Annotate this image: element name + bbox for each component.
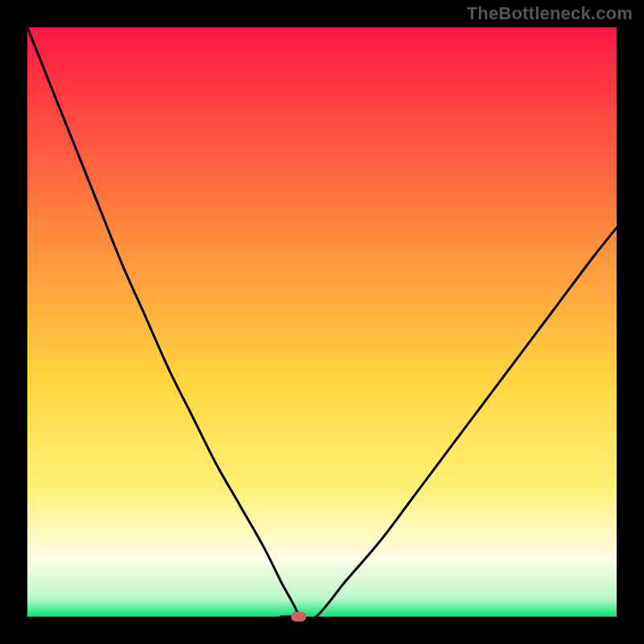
watermark-text: TheBottleneck.com xyxy=(467,3,633,24)
gradient-background xyxy=(27,27,617,617)
optimal-marker xyxy=(291,612,306,621)
plot-area xyxy=(27,27,617,617)
chart-frame: TheBottleneck.com xyxy=(0,0,644,644)
plot-svg xyxy=(27,27,617,617)
